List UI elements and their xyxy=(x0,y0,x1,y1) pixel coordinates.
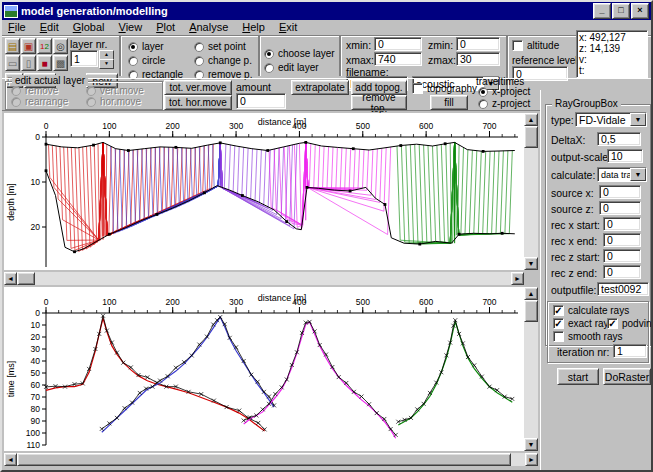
scroll-down-icon[interactable]: ▼ xyxy=(524,257,538,270)
svg-text:700: 700 xyxy=(482,121,496,131)
source-z-label: source z: xyxy=(551,203,594,215)
fill-button[interactable]: fill xyxy=(430,95,468,110)
paste-button[interactable]: ▣ xyxy=(21,38,36,54)
menu-analyse[interactable]: Analyse xyxy=(189,21,228,34)
deltax-label: DeltaX: xyxy=(551,134,585,146)
menu-global[interactable]: Global xyxy=(73,21,105,34)
app-window: model generation/modelling _ □ × File Ed… xyxy=(0,0,653,472)
radio-choose-layer[interactable]: choose layer xyxy=(264,48,335,59)
start-button[interactable]: start xyxy=(557,368,599,385)
coord-z: z: 14,139 xyxy=(579,43,645,54)
scroll-up-icon[interactable]: ▲ xyxy=(524,287,538,300)
smooth-rays-checkbox[interactable]: smooth rays xyxy=(553,331,622,342)
output-scale-input[interactable] xyxy=(607,149,643,163)
zmax-input[interactable] xyxy=(456,52,500,66)
source-z-input[interactable] xyxy=(599,201,641,215)
svg-text:300: 300 xyxy=(229,297,243,307)
tt-chart-vscrollbar[interactable]: ▲ ▼ xyxy=(524,287,538,451)
svg-text:200: 200 xyxy=(166,121,180,131)
edit-points-button[interactable]: 12 xyxy=(37,38,52,54)
remove-top-button[interactable]: remove top. xyxy=(351,95,407,110)
deltax-input[interactable] xyxy=(597,132,641,146)
open-doc-button[interactable]: ▯ xyxy=(21,55,36,71)
scroll-right-icon[interactable]: ► xyxy=(525,453,538,466)
radio-set-point[interactable]: set point xyxy=(194,41,246,52)
menu-edit[interactable]: Edit xyxy=(40,21,59,34)
tree-view-button[interactable]: ▤ xyxy=(5,38,20,54)
layer-nr-down-icon[interactable]: ▼ xyxy=(99,59,114,69)
type-label: type: xyxy=(551,114,574,126)
xmin-input[interactable] xyxy=(374,37,422,51)
radio-remove-disabled: remove xyxy=(11,85,58,96)
calculate-rays-checkbox[interactable]: calculate rays xyxy=(553,305,629,316)
ray-chart-hscrollbar[interactable]: ◄ ► xyxy=(4,272,524,285)
new-doc-button[interactable]: ▭ xyxy=(5,55,20,71)
radio-circle[interactable]: circle xyxy=(128,55,165,66)
scroll-left-icon[interactable]: ◄ xyxy=(4,272,17,285)
rec-x-start-input[interactable] xyxy=(603,217,641,231)
radio-z-project[interactable]: z-project xyxy=(478,98,530,109)
iteration-input[interactable] xyxy=(613,344,647,358)
title-bar: model generation/modelling _ □ × xyxy=(2,2,651,20)
calculate-dropdown[interactable]: data traveltime ▼ xyxy=(597,167,647,182)
xmax-label: xmax: xyxy=(346,54,374,66)
tt-chart-hscrollbar[interactable]: ◄ ► xyxy=(4,453,538,466)
traveltime-chart: distance [m]0100200300400500600700010203… xyxy=(4,287,524,451)
extrapolate-button[interactable]: extrapolate xyxy=(291,80,349,95)
altitude-checkbox[interactable]: altitude xyxy=(512,40,559,51)
rec-x-end-input[interactable] xyxy=(603,233,641,247)
radio-x-project[interactable]: x-project xyxy=(478,86,530,97)
scroll-down-icon[interactable]: ▼ xyxy=(524,438,538,451)
radio-change-p[interactable]: change p. xyxy=(194,55,252,66)
layer-nr-input[interactable] xyxy=(70,50,98,67)
ray-groupbox-title: RayGroupBox xyxy=(552,98,621,109)
outputfile-input[interactable] xyxy=(597,282,649,296)
rec-z-start-input[interactable] xyxy=(603,249,641,263)
edit-actual-layer-group: edit actual layer remove rearrange vert.… xyxy=(5,81,163,110)
zoom-button[interactable]: ◎ xyxy=(53,38,68,54)
close-button[interactable]: × xyxy=(631,3,649,19)
coord-t: t: xyxy=(579,65,645,76)
tot-ver-move-button[interactable]: tot. ver.move xyxy=(164,80,232,95)
tot-hor-move-button[interactable]: tot. hor.move xyxy=(164,95,232,110)
outputfile-label: outputfile: xyxy=(551,284,597,296)
charts-area: distance [m]010020030040050060070001020d… xyxy=(2,110,540,467)
radio-edit-layer[interactable]: edit layer xyxy=(264,62,319,73)
rec-x-start-label: rec x start: xyxy=(551,219,600,231)
print-button[interactable]: ▩ xyxy=(53,55,68,71)
type-dropdown[interactable]: FD-Vidale ▼ xyxy=(575,112,647,127)
exact-rays-checkbox[interactable]: exact rays xyxy=(553,318,614,329)
save-disk-icon: ■ xyxy=(41,57,47,70)
menu-exit[interactable]: Exit xyxy=(279,21,297,34)
svg-text:20: 20 xyxy=(31,332,41,342)
source-x-input[interactable] xyxy=(599,185,641,199)
radio-change-p-icon xyxy=(194,56,204,66)
scroll-left-icon[interactable]: ◄ xyxy=(4,453,17,466)
save-button[interactable]: ■ xyxy=(37,55,52,71)
ray-chart-vscrollbar[interactable]: ▲ ▼ xyxy=(524,113,538,270)
maximize-button[interactable]: □ xyxy=(612,3,630,19)
amount-input[interactable] xyxy=(236,93,286,109)
rec-z-end-input[interactable] xyxy=(603,265,641,279)
radio-layer[interactable]: layer xyxy=(128,41,164,52)
menu-view[interactable]: View xyxy=(119,21,143,34)
xmax-input[interactable] xyxy=(374,52,422,66)
scroll-right-icon[interactable]: ► xyxy=(511,272,524,285)
zmin-label: zmin: xyxy=(428,39,453,51)
menu-help[interactable]: Help xyxy=(242,21,265,34)
doraster-button[interactable]: DoRaster xyxy=(603,368,651,385)
menu-plot[interactable]: Plot xyxy=(156,21,175,34)
menu-file[interactable]: File xyxy=(8,21,26,34)
svg-text:10: 10 xyxy=(31,177,41,187)
svg-text:80: 80 xyxy=(31,404,41,414)
new-document-icon: ▭ xyxy=(8,57,17,70)
podvin-checkbox[interactable]: podvin xyxy=(607,318,651,329)
scroll-up-icon[interactable]: ▲ xyxy=(524,113,538,126)
ray-settings-panel: RayGroupBox type: FD-Vidale ▼ DeltaX: ou… xyxy=(540,90,653,472)
minimize-button[interactable]: _ xyxy=(593,3,611,19)
topography-checkbox[interactable]: topography xyxy=(412,83,477,94)
zmin-input[interactable] xyxy=(456,37,500,51)
svg-text:100: 100 xyxy=(26,428,40,438)
radio-x-project-icon xyxy=(478,87,488,97)
exact-rays-checkbox-icon xyxy=(553,318,564,329)
